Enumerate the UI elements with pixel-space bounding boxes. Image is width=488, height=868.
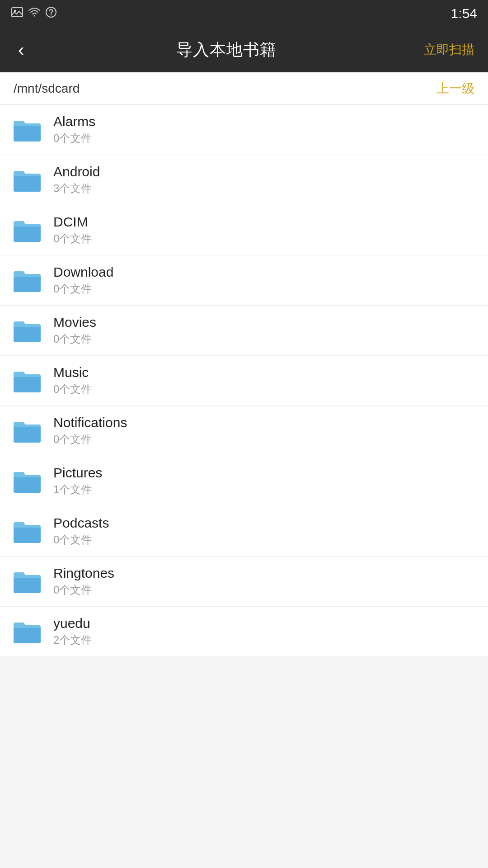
- folder-count: 1个文件: [53, 482, 102, 497]
- folder-count: 0个文件: [53, 533, 109, 547]
- back-button[interactable]: ‹: [14, 35, 28, 65]
- folder-count: 2个文件: [53, 633, 92, 647]
- folder-count: 0个文件: [53, 583, 114, 597]
- svg-rect-0: [12, 8, 23, 17]
- folder-count: 0个文件: [53, 282, 113, 296]
- folder-info: Alarms 0个文件: [53, 114, 95, 146]
- folder-name: Movies: [53, 315, 96, 330]
- folder-name: Notifications: [53, 415, 127, 430]
- folder-info: Podcasts 0个文件: [53, 515, 109, 547]
- folder-name: yuedu: [53, 616, 92, 631]
- folder-info: DCIM 0个文件: [53, 214, 92, 246]
- folder-info: yuedu 2个文件: [53, 616, 92, 647]
- folder-item[interactable]: Podcasts 0个文件: [0, 506, 488, 557]
- folder-item[interactable]: Ringtones 0个文件: [0, 557, 488, 607]
- folder-name: Pictures: [53, 465, 102, 481]
- status-time: 1:54: [451, 6, 477, 21]
- top-bar: ‹ 导入本地书籍 立即扫描: [0, 27, 488, 72]
- folder-info: Notifications 0个文件: [53, 415, 127, 447]
- page-title: 导入本地书籍: [176, 39, 277, 61]
- scan-button[interactable]: 立即扫描: [424, 41, 474, 58]
- folder-name: Ringtones: [53, 566, 114, 581]
- folder-icon: [14, 419, 41, 443]
- folder-count: 0个文件: [53, 382, 92, 396]
- folder-icon: [14, 319, 41, 342]
- folder-info: Download 0个文件: [53, 264, 113, 296]
- up-level-button[interactable]: 上一级: [436, 80, 474, 97]
- image-icon: [11, 6, 23, 22]
- folder-info: Movies 0个文件: [53, 315, 96, 346]
- folder-icon: [14, 620, 41, 643]
- folder-icon: [14, 269, 41, 292]
- folder-info: Pictures 1个文件: [53, 465, 102, 497]
- folder-icon: [14, 469, 41, 493]
- folder-name: DCIM: [53, 214, 92, 230]
- question-icon: [45, 6, 57, 21]
- folder-item[interactable]: Alarms 0个文件: [0, 105, 488, 155]
- folder-icon: [14, 168, 41, 192]
- folder-item[interactable]: DCIM 0个文件: [0, 205, 488, 255]
- folder-info: Ringtones 0个文件: [53, 566, 114, 597]
- path-bar: /mnt/sdcard 上一级: [0, 72, 488, 105]
- folder-count: 0个文件: [53, 432, 127, 447]
- folder-item[interactable]: yuedu 2个文件: [0, 607, 488, 656]
- folder-name: Alarms: [53, 114, 95, 129]
- folder-item[interactable]: Movies 0个文件: [0, 306, 488, 356]
- folder-info: Music 0个文件: [53, 365, 92, 396]
- folder-count: 0个文件: [53, 131, 95, 146]
- folder-icon: [14, 218, 41, 242]
- folder-icon: [14, 369, 41, 392]
- folder-icon: [14, 519, 41, 543]
- folder-info: Android 3个文件: [53, 164, 100, 196]
- folder-item[interactable]: Music 0个文件: [0, 356, 488, 406]
- folder-list: Alarms 0个文件 Android 3个文件 DCIM 0个文件: [0, 105, 488, 656]
- folder-count: 0个文件: [53, 231, 92, 246]
- folder-name: Download: [53, 264, 113, 280]
- status-bar: 1:54: [0, 0, 488, 27]
- folder-item[interactable]: Pictures 1个文件: [0, 456, 488, 506]
- svg-point-1: [14, 9, 16, 12]
- folder-count: 3个文件: [53, 181, 100, 196]
- wifi-icon: [28, 6, 41, 22]
- status-icons: [11, 6, 57, 22]
- folder-item[interactable]: Download 0个文件: [0, 255, 488, 306]
- folder-item[interactable]: Notifications 0个文件: [0, 406, 488, 456]
- folder-icon: [14, 570, 41, 593]
- folder-name: Podcasts: [53, 515, 109, 531]
- folder-name: Android: [53, 164, 100, 179]
- current-path: /mnt/sdcard: [14, 81, 80, 96]
- folder-item[interactable]: Android 3个文件: [0, 155, 488, 205]
- svg-point-3: [51, 14, 52, 15]
- folder-count: 0个文件: [53, 332, 96, 346]
- folder-name: Music: [53, 365, 92, 380]
- folder-icon: [14, 118, 41, 142]
